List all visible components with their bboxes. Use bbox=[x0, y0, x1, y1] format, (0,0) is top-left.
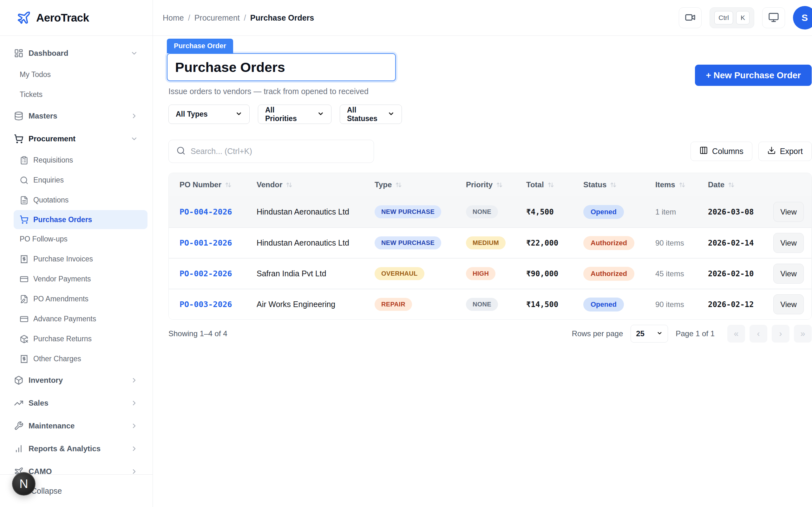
new-purchase-order-button[interactable]: + New Purchase Order bbox=[695, 65, 812, 86]
sidebar-item-purchase-returns[interactable]: Purchase Returns bbox=[0, 329, 153, 349]
logo[interactable]: AeroTrack bbox=[0, 0, 153, 36]
credit-card-icon bbox=[20, 315, 29, 324]
view-button[interactable]: View bbox=[773, 233, 804, 253]
sidebar-nav: Dashboard My Todos Tickets Masters Procu… bbox=[0, 42, 153, 474]
items-count: 90 items bbox=[655, 300, 684, 308]
priority-filter-select[interactable]: All Priorities bbox=[258, 105, 332, 124]
main-area: Home / Procurement / Purchase Orders Ctr… bbox=[153, 0, 812, 507]
table-header-row: PO Number Vendor Type Priority Total Sta… bbox=[169, 173, 811, 196]
sidebar-item-po-follow-ups[interactable]: PO Follow-ups bbox=[0, 229, 153, 249]
sidebar-item-my-todos[interactable]: My Todos bbox=[0, 65, 153, 84]
shopping-cart-icon bbox=[14, 134, 23, 144]
header-priority[interactable]: Priority bbox=[466, 180, 526, 189]
sidebar-item-label: Procurement bbox=[29, 134, 75, 143]
next-page-button[interactable]: › bbox=[772, 325, 790, 343]
sidebar-item-procurement[interactable]: Procurement bbox=[0, 127, 153, 150]
vendor-name: Hindustan Aeronautics Ltd bbox=[257, 207, 349, 216]
sidebar-item-label: Inventory bbox=[29, 376, 63, 385]
export-button[interactable]: Export bbox=[758, 142, 812, 161]
sidebar-item-sales[interactable]: Sales bbox=[0, 392, 153, 414]
header-label: Items bbox=[655, 180, 675, 189]
search-box bbox=[168, 140, 374, 163]
shopping-cart-icon bbox=[20, 215, 29, 224]
view-button[interactable]: View bbox=[773, 294, 804, 314]
sidebar-item-label: Purchase Orders bbox=[33, 216, 92, 224]
user-avatar[interactable]: S bbox=[793, 6, 812, 30]
header-items[interactable]: Items bbox=[655, 180, 708, 189]
sidebar-item-quotations[interactable]: Quotations bbox=[0, 190, 153, 210]
sidebar-item-advance-payments[interactable]: Advance Payments bbox=[0, 309, 153, 329]
sidebar-item-purchase-orders[interactable]: Purchase Orders bbox=[14, 210, 148, 229]
sidebar-item-purchase-invoices[interactable]: Purchase Invoices bbox=[0, 249, 153, 269]
table-toolbar: Columns Export bbox=[168, 140, 812, 163]
sidebar-item-enquiries[interactable]: Enquiries bbox=[0, 170, 153, 190]
sidebar-item-dashboard[interactable]: Dashboard bbox=[0, 42, 153, 65]
receipt-icon bbox=[20, 354, 29, 363]
receipt-icon bbox=[20, 255, 29, 264]
status-filter-select[interactable]: All Statuses bbox=[340, 105, 402, 124]
header-po-number[interactable]: PO Number bbox=[180, 180, 257, 189]
chevron-down-icon bbox=[308, 110, 324, 118]
monitor-icon bbox=[768, 12, 779, 24]
rows-per-page-select[interactable]: 25 bbox=[630, 325, 668, 343]
sidebar-item-label: PO Amendments bbox=[33, 295, 89, 303]
po-number-link[interactable]: PO-002-2026 bbox=[180, 269, 232, 278]
rows-per-page-value: 25 bbox=[636, 329, 645, 338]
sidebar-item-label: Dashboard bbox=[29, 49, 68, 58]
sidebar-item-maintenance[interactable]: Maintenance bbox=[0, 414, 153, 437]
floating-n-badge[interactable]: N bbox=[12, 472, 36, 496]
po-number-link[interactable]: PO-001-2026 bbox=[180, 238, 232, 247]
type-badge: REPAIR bbox=[374, 298, 412, 311]
video-button[interactable] bbox=[679, 7, 702, 28]
breadcrumb-home[interactable]: Home bbox=[163, 13, 184, 22]
bar-chart-icon bbox=[14, 444, 23, 453]
search-icon bbox=[176, 146, 186, 157]
sidebar-item-masters[interactable]: Masters bbox=[0, 105, 153, 127]
first-page-button[interactable]: « bbox=[727, 325, 745, 343]
header-type[interactable]: Type bbox=[374, 180, 466, 189]
title-input[interactable] bbox=[167, 60, 395, 75]
chevron-right-icon bbox=[131, 399, 138, 407]
file-text-icon bbox=[20, 196, 29, 205]
prev-page-button[interactable]: ‹ bbox=[750, 325, 767, 343]
page-buttons: « ‹ › » bbox=[727, 325, 812, 343]
last-page-button[interactable]: » bbox=[794, 325, 812, 343]
header-vendor[interactable]: Vendor bbox=[257, 180, 374, 189]
doctype-badge: Purchase Order bbox=[167, 39, 233, 53]
header-total[interactable]: Total bbox=[526, 180, 583, 189]
sidebar-item-inventory[interactable]: Inventory bbox=[0, 369, 153, 392]
view-button[interactable]: View bbox=[773, 202, 804, 222]
sidebar-item-tickets[interactable]: Tickets bbox=[0, 84, 153, 105]
display-button[interactable] bbox=[762, 7, 785, 28]
total-value: ₹22,000 bbox=[526, 239, 558, 247]
pagination-controls: Rows per page 25 Page 1 of 1 « ‹ › » bbox=[572, 325, 812, 343]
breadcrumb-procurement[interactable]: Procurement bbox=[194, 13, 240, 22]
header-status[interactable]: Status bbox=[583, 180, 655, 189]
type-filter-select[interactable]: All Types bbox=[168, 105, 250, 124]
header-label: Type bbox=[374, 180, 392, 189]
search-input[interactable] bbox=[191, 147, 366, 156]
package-icon bbox=[14, 376, 23, 385]
header-date[interactable]: Date bbox=[708, 180, 773, 189]
chevron-down-icon bbox=[131, 49, 138, 57]
columns-button[interactable]: Columns bbox=[691, 142, 752, 161]
po-number-link[interactable]: PO-003-2026 bbox=[180, 300, 232, 309]
ctrl-keycap: Ctrl bbox=[714, 11, 733, 24]
items-count: 1 item bbox=[655, 208, 676, 216]
chevron-down-icon bbox=[131, 135, 138, 143]
status-badge: Opened bbox=[583, 297, 624, 312]
page-content: Purchase Order Issue orders to vendors —… bbox=[153, 36, 812, 343]
date-value: 2026-02-14 bbox=[708, 239, 754, 247]
sidebar-item-label: Requisitions bbox=[33, 156, 73, 164]
po-number-link[interactable]: PO-004-2026 bbox=[180, 207, 232, 216]
topbar-actions: Ctrl K S bbox=[679, 6, 812, 30]
sidebar-item-other-charges[interactable]: Other Charges bbox=[0, 349, 153, 369]
view-button[interactable]: View bbox=[773, 264, 804, 284]
keyboard-shortcut-button[interactable]: Ctrl K bbox=[710, 7, 754, 28]
sort-icon bbox=[609, 181, 617, 189]
sidebar-item-requisitions[interactable]: Requisitions bbox=[0, 150, 153, 170]
sidebar-item-vendor-payments[interactable]: Vendor Payments bbox=[0, 269, 153, 289]
sidebar-item-label: Purchase Returns bbox=[33, 335, 92, 343]
sidebar-item-po-amendments[interactable]: PO Amendments bbox=[0, 289, 153, 309]
sidebar-item-reports-analytics[interactable]: Reports & Analytics bbox=[0, 437, 153, 460]
